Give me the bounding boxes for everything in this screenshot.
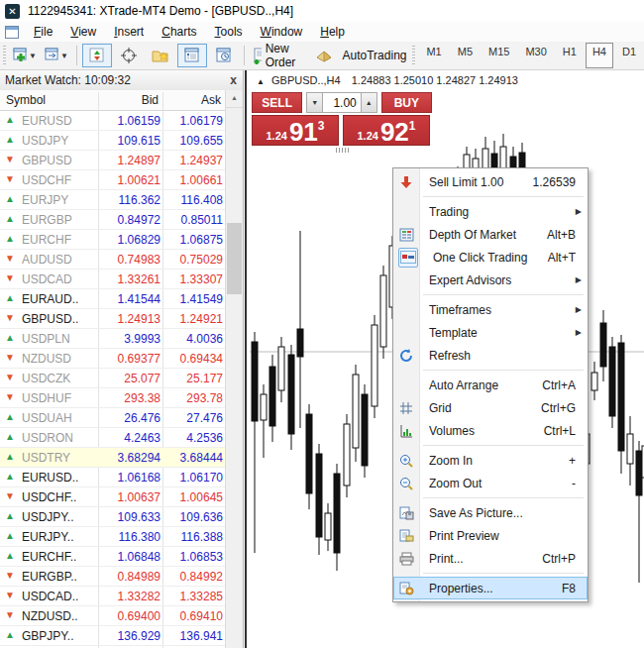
menu-item-grid[interactable]: GridCtrl+G <box>393 396 588 419</box>
market-watch-row[interactable]: ▲USDRON4.24634.2536 <box>0 428 226 448</box>
market-watch-row[interactable]: ▲EURJPY..116.380116.388 <box>0 527 226 547</box>
market-watch-column-header[interactable]: Symbol Bid Ask <box>0 90 226 111</box>
properties-icon <box>398 581 414 596</box>
market-watch-row[interactable]: ▲USDUAH26.47627.476 <box>0 408 226 428</box>
market-watch-row[interactable]: ▼USDCHF1.006211.00661 <box>0 170 226 190</box>
trend-down-icon: ▼ <box>5 391 15 402</box>
lot-amount-input[interactable]: 1.00 <box>323 92 361 113</box>
menu-item-trading[interactable]: Trading▶ <box>393 200 588 223</box>
sell-button[interactable]: SELL <box>252 92 302 113</box>
market-watch-header: Market Watch: 10:09:32 x <box>0 70 243 91</box>
menubar-item-view[interactable]: View <box>61 23 105 41</box>
market-watch-toggle-button[interactable] <box>82 44 112 67</box>
menu-item-sell-limit-1-00[interactable]: Sell Limit 1.001.26539 <box>393 170 588 193</box>
strategy-tester-button[interactable] <box>209 44 239 67</box>
market-watch-row[interactable]: ▲USDPLN3.99934.0036 <box>0 329 226 349</box>
zoom-out-icon <box>398 476 414 491</box>
market-watch-row[interactable]: ▲USDJPY109.615109.655 <box>0 131 226 151</box>
market-watch-row[interactable]: ▼NZDUSD0.693770.69434 <box>0 349 226 369</box>
symbol-name: EURJPY <box>22 193 68 207</box>
navigator-button[interactable] <box>146 44 175 67</box>
menubar-item-help[interactable]: Help <box>311 23 354 41</box>
column-symbol[interactable]: Symbol <box>6 93 46 107</box>
timeframe-button-m15[interactable]: M15 <box>482 43 516 68</box>
market-watch-row[interactable]: ▼USDCHF..1.006371.00645 <box>0 487 226 507</box>
menu-item-expert-advisors[interactable]: Expert Advisors▶ <box>393 269 588 291</box>
market-watch-row[interactable]: ▼NZDUSD..0.694000.69410 <box>0 606 226 626</box>
toolbar-grip[interactable] <box>3 46 6 65</box>
amount-increase-button[interactable]: ▲ <box>361 92 377 113</box>
market-watch-row[interactable]: ▲USDJPY..109.633109.636 <box>0 507 226 527</box>
market-watch-row[interactable]: ▲EURAUD..1.415441.41549 <box>0 289 226 309</box>
menu-item-save-as-picture[interactable]: Save As Picture... <box>393 501 588 524</box>
menu-item-template[interactable]: Template▶ <box>393 321 588 344</box>
market-watch-row[interactable]: ▲EURUSD..1.061681.06170 <box>0 468 226 487</box>
market-watch-row[interactable]: ▼AUDUSD0.749830.75029 <box>0 250 226 270</box>
symbol-name: USDCAD.. <box>22 590 78 603</box>
menubar-item-window[interactable]: Window <box>252 23 312 41</box>
market-watch-row[interactable]: ▲USDTRY3.682943.68444 <box>0 448 226 468</box>
menu-item-refresh[interactable]: Refresh <box>393 344 588 367</box>
expert-advisors-button[interactable] <box>309 44 339 67</box>
menu-item-print[interactable]: Print...Ctrl+P <box>393 547 588 570</box>
market-watch-row[interactable]: ▼EURGBP..0.849890.84992 <box>0 567 226 587</box>
buy-button[interactable]: BUY <box>381 92 432 113</box>
new-chart-button[interactable]: ▼ <box>10 44 40 67</box>
widget-collapse-handle[interactable] <box>252 148 432 153</box>
menubar-item-file[interactable]: File <box>25 23 61 41</box>
menu-item-auto-arrange[interactable]: Auto ArrangeCtrl+A <box>393 374 588 396</box>
chart-window-icon[interactable] <box>5 26 19 39</box>
toolbar-grip[interactable] <box>412 46 415 65</box>
timeframe-button-h4[interactable]: H4 <box>586 43 613 68</box>
menubar-item-insert[interactable]: Insert <box>105 23 153 41</box>
scrollbar-thumb[interactable] <box>227 223 242 294</box>
menu-item-timeframes[interactable]: Timeframes▶ <box>393 298 588 321</box>
scroll-up-arrow-icon[interactable]: ▲ <box>226 90 243 108</box>
market-watch-row[interactable]: ▲EURUSD1.061591.06179 <box>0 111 226 131</box>
terminal-button[interactable] <box>177 44 207 67</box>
depth-of-market-icon <box>398 227 414 243</box>
menu-item-one-click-trading[interactable]: One Click TradingAlt+T <box>393 246 588 269</box>
market-watch-row[interactable]: ▲EURGBP0.849720.85011 <box>0 210 226 230</box>
menu-item-properties[interactable]: Properties...F8 <box>393 577 588 599</box>
market-watch-row[interactable]: ▲EURCHF1.068291.06875 <box>0 230 226 250</box>
menu-item-depth-of-market[interactable]: Depth Of MarketAlt+B <box>393 223 588 246</box>
menubar-item-tools[interactable]: Tools <box>206 23 252 41</box>
timeframe-button-m1[interactable]: M1 <box>419 43 448 68</box>
market-watch-row[interactable]: ▲GBPJPY..136.929136.941 <box>0 626 226 646</box>
menu-item-zoom-out[interactable]: Zoom Out- <box>393 472 588 494</box>
menu-item-zoom-in[interactable]: Zoom In+ <box>393 449 588 472</box>
column-bid[interactable]: Bid <box>99 93 159 107</box>
menu-item-volumes[interactable]: VolumesCtrl+L <box>393 419 588 442</box>
market-watch-scrollbar[interactable]: ▲ <box>225 90 243 648</box>
crosshair-button[interactable] <box>114 44 144 67</box>
symbol-name: EURJPY.. <box>22 530 73 544</box>
sell-price-box[interactable]: 1.24 91 3 <box>252 115 339 146</box>
autotrading-button[interactable]: AutoTrading <box>344 44 402 67</box>
trend-down-icon: ▼ <box>5 312 15 323</box>
market-watch-row[interactable]: ▲EURCHF..1.068481.06853 <box>0 547 226 567</box>
blank-icon <box>398 204 414 220</box>
column-ask[interactable]: Ask <box>163 93 221 107</box>
timeframe-button-h1[interactable]: H1 <box>556 43 584 68</box>
market-watch-row[interactable]: ▼USDCAD1.332611.33307 <box>0 270 226 289</box>
timeframe-button-m5[interactable]: M5 <box>451 43 480 68</box>
timeframe-button-m30[interactable]: M30 <box>518 43 553 68</box>
market-watch-row[interactable]: ▼GBPUSD..1.249131.24921 <box>0 309 226 329</box>
market-watch-row[interactable]: ▼GBPUSD1.248971.24937 <box>0 151 226 170</box>
close-icon[interactable]: x <box>230 74 237 86</box>
amount-decrease-button[interactable]: ▼ <box>306 92 323 113</box>
market-watch-row[interactable]: ▼USDCZK25.07725.177 <box>0 369 226 388</box>
profiles-button[interactable]: ▼ <box>42 44 71 67</box>
symbol-name: EURUSD <box>22 114 72 128</box>
market-watch-row[interactable]: ▼USDCAD..1.332821.33285 <box>0 587 226 606</box>
new-order-button[interactable]: New Order <box>249 44 301 67</box>
timeframe-button-d1[interactable]: D1 <box>615 43 643 68</box>
market-watch-row[interactable]: ▼USDHUF293.38293.78 <box>0 388 226 408</box>
menu-item-print-preview[interactable]: Print Preview <box>393 524 588 547</box>
buy-price-box[interactable]: 1.24 92 1 <box>343 115 430 146</box>
chevron-down-icon: ▼ <box>60 52 68 60</box>
menubar-item-charts[interactable]: Charts <box>153 23 205 41</box>
market-watch-row[interactable]: ▲EURJPY116.362116.408 <box>0 190 226 210</box>
ask-value: 1.06179 <box>163 114 223 128</box>
